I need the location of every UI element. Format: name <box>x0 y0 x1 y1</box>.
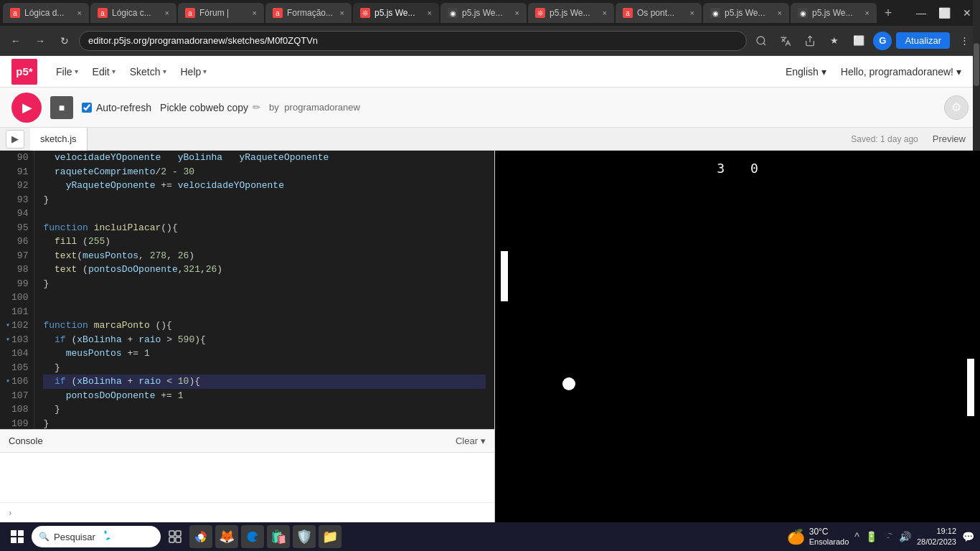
tab-label-3: Fórum | <box>199 8 229 18</box>
split-view-icon[interactable]: ⬜ <box>849 31 869 51</box>
menu-edit[interactable]: Edit ▾ <box>85 56 123 88</box>
ln-106: ▾106 <box>6 375 28 389</box>
tab-close-1[interactable]: × <box>77 9 82 17</box>
preview-pane: 3 0 <box>495 151 980 522</box>
taskbar-search[interactable]: 🔍 Pesquisar <box>32 526 161 547</box>
settings-button[interactable]: ⚙ <box>944 95 969 120</box>
weather-icon: 🍊 <box>787 528 805 545</box>
auto-refresh-toggle[interactable]: Auto-refresh <box>82 102 151 113</box>
share-icon[interactable] <box>800 31 820 51</box>
google-lens-icon[interactable] <box>751 31 771 51</box>
tab-favicon-10: ◉ <box>798 8 808 18</box>
console-chevron-icon: ▾ <box>481 435 486 446</box>
menu-sketch[interactable]: Sketch ▾ <box>123 56 174 88</box>
tab-close-4[interactable]: × <box>340 9 344 17</box>
console-input[interactable] <box>17 507 486 518</box>
task-view-button[interactable] <box>164 525 187 548</box>
tab-close-6[interactable]: × <box>515 9 519 17</box>
notification-icon[interactable]: 💬 <box>962 531 974 542</box>
tab-label-7: p5.js We... <box>550 8 590 18</box>
weather-widget[interactable]: 🍊 30°C Ensolarado <box>787 527 849 547</box>
help-menu-chevron: ▾ <box>203 67 207 75</box>
preview-label: Preview <box>924 133 974 144</box>
menu-help[interactable]: Help ▾ <box>174 56 215 88</box>
ln-96: 96 <box>6 235 28 249</box>
file-tab-sketch-js[interactable]: sketch.js <box>30 128 88 151</box>
code-line-107: pontosDoOponente += 1 <box>43 389 486 403</box>
code-editor[interactable]: 90 91 92 93 94 95 96 97 98 99 100 101 ▾1… <box>0 151 494 429</box>
menu-file[interactable]: File ▾ <box>49 56 85 88</box>
ln-91: 91 <box>6 165 28 179</box>
new-tab-button[interactable]: + <box>878 3 898 23</box>
chrome-taskbar-icon[interactable] <box>189 525 212 548</box>
files-taskbar-icon[interactable]: 📁 <box>319 525 341 548</box>
tab-close-3[interactable]: × <box>253 9 257 17</box>
update-button[interactable]: Atualizar <box>896 32 950 49</box>
tab-label-9: p5.js We... <box>725 8 765 18</box>
user-menu[interactable]: Hello, programadoranew! ▾ <box>834 66 969 77</box>
tab-close-9[interactable]: × <box>778 9 782 17</box>
tab-4[interactable]: a Formação... × <box>265 3 352 23</box>
code-content[interactable]: velocidadeYOponente yBolinha yRaqueteOpo… <box>34 151 494 429</box>
code-line-100 <box>43 291 486 305</box>
code-line-103: if (xBolinha + raio > 590){ <box>43 333 486 347</box>
auto-refresh-checkbox[interactable] <box>82 103 92 113</box>
svg-rect-9 <box>169 537 174 542</box>
main-content: 90 91 92 93 94 95 96 97 98 99 100 101 ▾1… <box>0 151 980 522</box>
tab-8[interactable]: a Os pont... × <box>616 3 702 23</box>
tab-6[interactable]: ◉ p5.js We... × <box>440 3 527 23</box>
tab-5[interactable]: ❊ p5.js We... × <box>353 3 439 23</box>
tab-1[interactable]: a Lógica d... × <box>3 3 89 23</box>
minimize-button[interactable]: — <box>911 3 931 23</box>
date: 28/02/2023 <box>917 537 956 547</box>
svg-rect-6 <box>18 537 24 543</box>
code-line-101 <box>43 305 486 319</box>
tab-3[interactable]: a Fórum | × <box>178 3 264 23</box>
store-taskbar-icon[interactable]: 🛍️ <box>267 525 290 548</box>
refresh-button[interactable]: ↻ <box>55 31 75 51</box>
code-line-108: } <box>43 402 486 417</box>
editor-pane: 90 91 92 93 94 95 96 97 98 99 100 101 ▾1… <box>0 151 495 522</box>
stop-button[interactable]: ■ <box>50 96 73 119</box>
volume-icon[interactable]: 🔊 <box>899 531 911 542</box>
proton-taskbar-icon[interactable]: 🛡️ <box>293 525 316 548</box>
tab-label-4: Formação... <box>287 8 333 18</box>
search-icon: 🔍 <box>39 532 50 542</box>
browser-menu-icon[interactable]: ⋮ <box>954 31 974 51</box>
google-account-avatar[interactable]: G <box>873 32 892 50</box>
tab-2[interactable]: a Lógica c... × <box>90 3 176 23</box>
ln-100: 100 <box>6 291 28 305</box>
start-button[interactable] <box>6 525 29 548</box>
tray-chevron-icon[interactable]: ^ <box>854 531 859 542</box>
expand-sidebar-button[interactable]: ▶ <box>6 130 24 149</box>
tab-7[interactable]: ❊ p5.js We... × <box>528 3 614 23</box>
firefox-taskbar-icon[interactable]: 🦊 <box>215 525 238 548</box>
edge-taskbar-icon[interactable] <box>241 525 264 548</box>
tab-10[interactable]: ◉ p5.js We... × <box>791 3 877 23</box>
maximize-button[interactable]: ⬜ <box>934 3 954 23</box>
tab-label-10: p5.js We... <box>812 8 852 18</box>
bookmark-icon[interactable]: ★ <box>824 31 844 51</box>
system-clock[interactable]: 19:12 28/02/2023 <box>917 526 956 548</box>
translate-icon[interactable] <box>776 31 796 51</box>
sketch-name-text: Pickle cobweb copy <box>160 102 248 113</box>
svg-rect-5 <box>11 537 17 543</box>
score-right: 0 <box>750 161 758 176</box>
tab-9[interactable]: ◉ p5.js We... × <box>703 3 789 23</box>
tab-close-7[interactable]: × <box>603 9 607 17</box>
back-button[interactable]: ← <box>6 31 26 51</box>
forward-button[interactable]: → <box>30 31 50 51</box>
tab-close-10[interactable]: × <box>865 9 870 17</box>
language-selector[interactable]: English ▾ <box>778 66 834 77</box>
console-clear-button[interactable]: Clear ▾ <box>456 435 486 446</box>
taskbar: 🔍 Pesquisar 🦊 🛍️ 🛡️ 📁 🍊 30°C Ensolarado <box>0 522 980 551</box>
play-button[interactable]: ▶ <box>11 93 42 123</box>
browser-tab-bar: a Lógica d... × a Lógica c... × a Fórum … <box>0 0 980 26</box>
tab-close-8[interactable]: × <box>690 9 694 17</box>
address-input[interactable] <box>79 31 747 51</box>
editor-wrapper: ▶ sketch.js Saved: 1 day ago Preview 90 … <box>0 128 980 522</box>
tab-close-2[interactable]: × <box>165 9 169 17</box>
tab-close-5[interactable]: × <box>428 9 432 17</box>
edit-pencil-icon[interactable]: ✏ <box>253 102 260 113</box>
ln-95: 95 <box>6 221 28 235</box>
